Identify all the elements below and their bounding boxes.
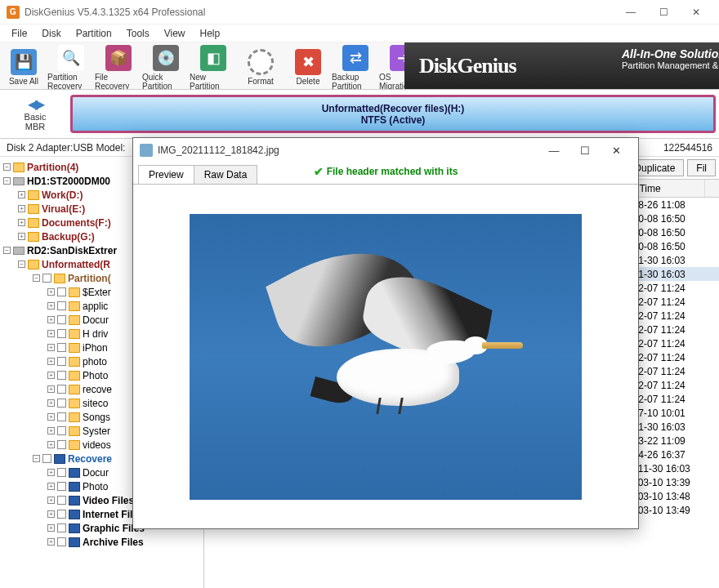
folder-icon (69, 385, 80, 394)
expand-icon[interactable]: + (47, 469, 55, 476)
tool-backup-partition[interactable]: ⇄Backup Partition (332, 42, 379, 90)
expand-icon[interactable]: + (47, 399, 55, 407)
collapse-icon[interactable]: − (18, 261, 25, 268)
expand-icon[interactable]: + (47, 538, 55, 546)
tool-file-recovery[interactable]: 📦File Recovery (95, 42, 142, 90)
tab-raw-data[interactable]: Raw Data (194, 165, 258, 184)
checkbox[interactable] (57, 385, 66, 394)
checkbox[interactable] (57, 301, 66, 310)
preview-image (190, 214, 582, 500)
checkbox[interactable] (57, 482, 66, 491)
menu-file[interactable]: File (5, 26, 33, 41)
preview-minimize[interactable]: — (538, 139, 569, 162)
collapse-icon[interactable]: − (33, 274, 40, 282)
expand-icon[interactable]: + (47, 427, 55, 434)
tab-preview[interactable]: Preview (138, 165, 194, 184)
folder-icon (69, 301, 80, 311)
minimize-button[interactable]: — (614, 1, 647, 24)
preview-window: IMG_20211112_181842.jpg — ☐ ✕ Preview Ra… (132, 137, 639, 529)
folder-icon (28, 232, 39, 242)
filter-button[interactable]: Fil (687, 159, 716, 176)
collapse-icon[interactable]: − (3, 163, 11, 171)
menu-help[interactable]: Help (194, 26, 227, 41)
checkbox[interactable] (57, 523, 66, 532)
preview-titlebar[interactable]: IMG_20211112_181842.jpg — ☐ ✕ (133, 138, 638, 163)
collapse-icon[interactable]: − (3, 247, 11, 254)
checkbox[interactable] (57, 496, 66, 505)
tool-partition-recovery[interactable]: 🔍Partition Recovery (47, 42, 95, 90)
checkbox[interactable] (57, 426, 66, 435)
brand-banner: DiskGenius All-In-One SolutionPartition … (404, 42, 719, 89)
preview-maximize[interactable]: ☐ (569, 139, 601, 162)
checkbox[interactable] (57, 399, 66, 408)
image-icon (140, 144, 153, 157)
expand-icon[interactable]: + (47, 344, 55, 351)
collapse-icon[interactable]: − (33, 455, 40, 462)
folder-icon (69, 329, 80, 339)
folder-icon (54, 454, 65, 464)
checkbox[interactable] (42, 454, 51, 463)
expand-icon[interactable]: + (47, 358, 55, 365)
preview-body (133, 184, 638, 528)
expand-icon[interactable]: + (47, 385, 55, 393)
checkbox[interactable] (57, 440, 66, 449)
expand-icon[interactable]: + (47, 372, 55, 379)
checkbox[interactable] (57, 315, 66, 324)
expand-icon[interactable]: + (47, 302, 55, 310)
expand-icon[interactable]: + (47, 330, 55, 337)
checkbox[interactable] (57, 412, 66, 421)
checkbox[interactable] (57, 329, 66, 338)
expand-icon[interactable]: + (47, 316, 55, 323)
partition-bar[interactable]: Unformatted(Recover files)(H:) NTFS (Act… (70, 95, 716, 133)
folder-icon (69, 357, 80, 367)
tree-recovered[interactable]: Recovere (68, 453, 112, 465)
collapse-icon[interactable]: − (3, 177, 11, 185)
folder-icon (69, 287, 80, 297)
preview-tabs: Preview Raw Data ✔File header matched wi… (133, 163, 638, 184)
maximize-button[interactable]: ☐ (647, 1, 680, 24)
tool-delete[interactable]: ✖Delete (284, 46, 332, 86)
folder-icon (69, 399, 80, 408)
checkbox[interactable] (57, 468, 66, 477)
menu-view[interactable]: View (158, 26, 192, 41)
expand-icon[interactable]: + (47, 483, 55, 490)
expand-icon[interactable]: + (47, 413, 55, 421)
tool-format[interactable]: Format (237, 46, 284, 86)
strip-info: ◀▶ Basic MBR (0, 90, 70, 138)
expand-icon[interactable]: + (18, 219, 25, 226)
tool-quick-partition[interactable]: 💿Quick Partition (142, 42, 190, 90)
menu-partition[interactable]: Partition (69, 26, 118, 41)
expand-icon[interactable]: + (47, 524, 55, 532)
checkbox[interactable] (57, 357, 66, 366)
check-icon: ✔ (314, 165, 324, 178)
expand-icon[interactable]: + (47, 288, 55, 296)
checkbox[interactable] (57, 510, 66, 519)
tree-rd2[interactable]: RD2:SanDiskExtrer (27, 245, 117, 256)
tree-unformatted[interactable]: Unformatted(R (42, 259, 110, 270)
checkbox[interactable] (57, 343, 66, 352)
expand-icon[interactable]: + (47, 497, 55, 504)
magnify-icon: 🔍 (58, 45, 84, 71)
checkbox[interactable] (57, 537, 66, 546)
menu-tools[interactable]: Tools (120, 26, 156, 41)
close-button[interactable]: ✕ (680, 1, 712, 24)
expand-icon[interactable]: + (18, 191, 25, 198)
tree-hd1[interactable]: HD1:ST2000DM00 (27, 176, 110, 187)
checkbox[interactable] (57, 371, 66, 380)
expand-icon[interactable]: + (18, 233, 25, 240)
tree-item[interactable]: +Archive Files (0, 535, 203, 549)
preview-close[interactable]: ✕ (601, 139, 632, 162)
tool-save-all[interactable]: 💾Save All (0, 46, 47, 86)
checkbox[interactable] (42, 274, 51, 283)
expand-icon[interactable]: + (47, 510, 55, 518)
save-icon: 💾 (11, 49, 37, 75)
tree-partition[interactable]: Partition(4) (27, 162, 78, 173)
app-icon: G (7, 6, 20, 19)
menu-disk[interactable]: Disk (35, 26, 67, 41)
tool-new-partition[interactable]: ◧New Partition (190, 42, 237, 90)
expand-icon[interactable]: + (18, 205, 25, 212)
tree-partition-node[interactable]: Partition( (68, 273, 111, 284)
checkbox[interactable] (57, 287, 66, 296)
expand-icon[interactable]: + (47, 441, 55, 448)
nav-arrows-icon[interactable]: ◀▶ (28, 96, 42, 112)
